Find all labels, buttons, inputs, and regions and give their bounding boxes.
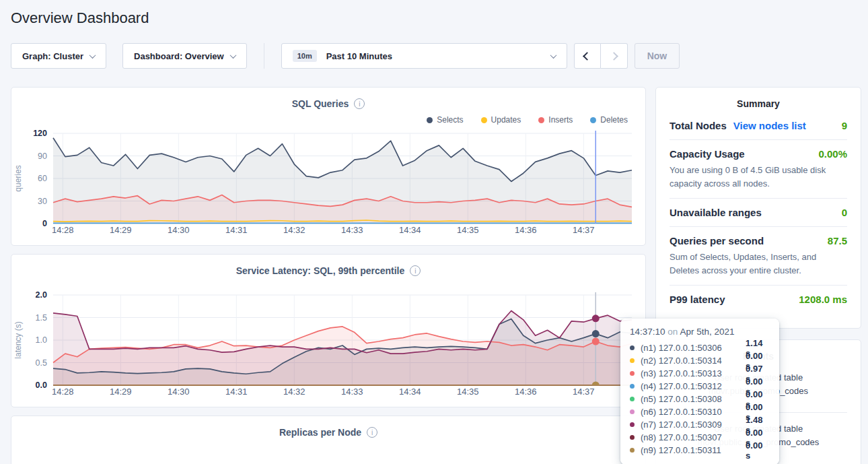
svg-text:queries: queries [13, 165, 23, 191]
controls-bar: Graph: Cluster Dashboard: Overview 10m P… [11, 43, 857, 69]
svg-text:14:34: 14:34 [399, 225, 421, 235]
tooltip-rows: (n1) 127.0.0.1:503061.14 s(n2) 127.0.0.1… [630, 341, 770, 457]
legend-item: Inserts [538, 115, 573, 125]
chart-title: Service Latency: SQL, 99th percentile [236, 265, 405, 276]
summary-label: P99 latency [670, 294, 725, 305]
summary-label: Queries per second [670, 235, 764, 246]
svg-text:14:32: 14:32 [283, 225, 305, 235]
node-color-dot-icon [630, 409, 635, 414]
svg-text:14:29: 14:29 [110, 225, 132, 235]
legend-dot-icon [590, 117, 596, 123]
legend-dot-icon [481, 117, 487, 123]
info-icon[interactable]: i [354, 98, 365, 109]
svg-text:60: 60 [38, 174, 47, 183]
sql-queries-card: SQL Queries i SelectsUpdatesInsertsDelet… [11, 87, 646, 246]
summary-title: Summary [670, 88, 847, 112]
chevron-down-icon [229, 52, 236, 59]
chart-title: Replicas per Node [279, 427, 361, 438]
summary-description: You are using 0 B of 4.5 GiB usable disk… [670, 164, 847, 190]
chevron-left-icon [583, 52, 591, 61]
svg-text:30: 30 [38, 197, 47, 206]
replicas-per-node-card: Replicas per Node i [11, 416, 646, 464]
legend-dot-icon [427, 117, 433, 123]
time-pager [574, 43, 628, 69]
svg-text:0.5: 0.5 [36, 358, 47, 368]
summary-panel: Summary Total Nodes View nodes list 9 Ca… [655, 87, 861, 329]
page-title: Overview Dashboard [11, 0, 857, 27]
chart-header: Service Latency: SQL, 99th percentile i [11, 263, 645, 279]
node-color-dot-icon [630, 448, 635, 453]
svg-text:0.0: 0.0 [36, 380, 47, 390]
svg-text:14:30: 14:30 [168, 225, 190, 235]
chevron-down-icon [550, 52, 556, 59]
chart-legend: SelectsUpdatesInsertsDeletes [11, 114, 645, 125]
summary-row-capacity-usage: Capacity Usage 0.00% You are using 0 B o… [670, 140, 847, 199]
summary-row-queries-per-second: Queries per second 87.5 Sum of Selects, … [670, 227, 847, 286]
svg-text:14:37: 14:37 [573, 225, 595, 235]
sql-queries-plot: 030609012014:2814:2914:3014:3114:3214:33… [11, 127, 645, 238]
summary-value: 0 [842, 207, 847, 218]
svg-text:14:28: 14:28 [52, 387, 74, 397]
svg-text:90: 90 [38, 152, 47, 161]
summary-value: 1208.0 ms [799, 294, 847, 305]
svg-text:14:35: 14:35 [457, 225, 479, 235]
summary-label: Total Nodes [670, 120, 727, 131]
svg-text:14:31: 14:31 [225, 225, 248, 235]
prev-range-button[interactable] [574, 43, 601, 69]
node-color-dot-icon [630, 358, 635, 363]
legend-item: Selects [427, 115, 463, 125]
chart-title: SQL Queries [292, 98, 349, 109]
svg-text:1.5: 1.5 [36, 313, 47, 323]
now-button[interactable]: Now [635, 43, 680, 69]
chart-tooltip: 14:37:10 on Apr 5th, 2021 (n1) 127.0.0.1… [620, 319, 779, 464]
node-color-dot-icon [630, 422, 635, 427]
svg-text:14:30: 14:30 [168, 387, 190, 397]
svg-text:14:29: 14:29 [110, 387, 132, 397]
node-color-dot-icon [630, 384, 635, 389]
svg-text:14:28: 14:28 [52, 225, 74, 235]
sql-queries-chart[interactable]: 030609012014:2814:2914:3014:3114:3214:33… [11, 127, 645, 238]
view-nodes-list-link[interactable]: View nodes list [733, 120, 806, 131]
chevron-right-icon [610, 52, 618, 61]
svg-text:14:31: 14:31 [225, 387, 248, 397]
summary-value: 0.00% [818, 148, 847, 160]
legend-item: Updates [481, 115, 521, 125]
info-icon[interactable]: i [367, 427, 377, 438]
legend-item: Deletes [590, 115, 628, 125]
svg-text:0: 0 [42, 219, 47, 228]
svg-text:14:34: 14:34 [399, 387, 421, 397]
tooltip-timestamp: 14:37:10 on Apr 5th, 2021 [630, 327, 770, 337]
svg-text:14:35: 14:35 [457, 387, 479, 397]
svg-text:latency (s): latency (s) [13, 321, 23, 358]
node-color-dot-icon [630, 371, 635, 376]
next-range-button[interactable] [601, 43, 628, 69]
dashboard-dropdown[interactable]: Dashboard: Overview [122, 43, 247, 69]
svg-text:1.0: 1.0 [36, 335, 47, 345]
summary-value: 9 [842, 120, 847, 131]
svg-text:14:33: 14:33 [341, 225, 363, 235]
range-label: Past 10 Minutes [326, 51, 551, 61]
svg-text:120: 120 [33, 129, 47, 138]
service-latency-plot: 0.00.51.01.52.014:2814:2914:3014:3114:32… [11, 288, 645, 400]
node-color-dot-icon [630, 345, 635, 350]
summary-label: Unavailable ranges [670, 207, 762, 218]
service-latency-chart[interactable]: 0.00.51.01.52.014:2814:2914:3014:3114:32… [11, 288, 645, 400]
summary-row-p99-latency: P99 latency 1208.0 ms [670, 286, 847, 313]
chevron-down-icon [89, 52, 96, 59]
divider [264, 43, 264, 69]
graph-dropdown-label: Graph: Cluster [22, 51, 83, 61]
summary-row-unavailable-ranges: Unavailable ranges 0 [670, 199, 847, 227]
info-icon[interactable]: i [410, 265, 421, 276]
time-range-dropdown[interactable]: 10m Past 10 Minutes [281, 43, 567, 69]
summary-row-total-nodes: Total Nodes View nodes list 9 [670, 112, 847, 140]
svg-text:14:36: 14:36 [515, 225, 537, 235]
tooltip-row: (n9) 127.0.0.1:503110.00 s [630, 444, 770, 457]
svg-text:14:37: 14:37 [573, 387, 595, 397]
summary-label: Capacity Usage [670, 148, 745, 160]
node-color-dot-icon [630, 397, 635, 401]
service-latency-card: Service Latency: SQL, 99th percentile i … [11, 254, 646, 407]
svg-text:14:33: 14:33 [341, 387, 363, 397]
svg-text:2.0: 2.0 [36, 290, 47, 300]
dashboard-dropdown-label: Dashboard: Overview [134, 51, 224, 61]
graph-dropdown[interactable]: Graph: Cluster [11, 43, 106, 69]
